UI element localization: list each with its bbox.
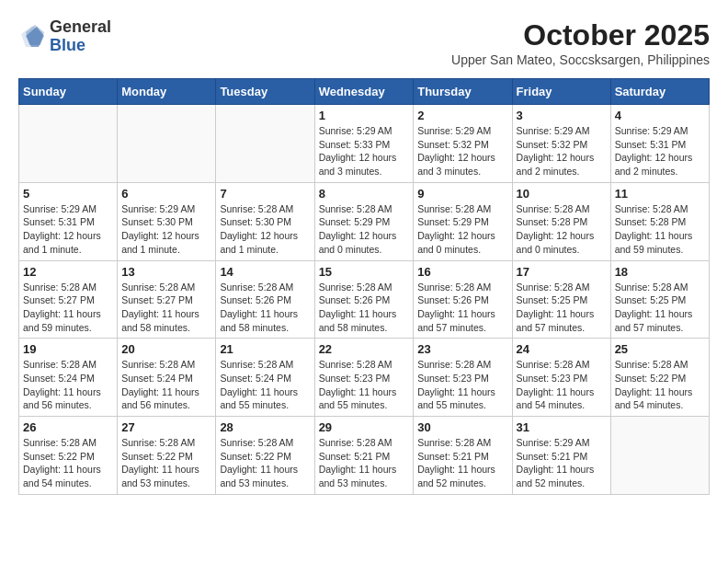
weekday-header-tuesday: Tuesday xyxy=(216,79,314,105)
weekday-header-saturday: Saturday xyxy=(610,79,709,105)
calendar-day-cell: 16Sunrise: 5:28 AM Sunset: 5:26 PM Dayli… xyxy=(414,260,512,339)
calendar-day-cell: 30Sunrise: 5:28 AM Sunset: 5:21 PM Dayli… xyxy=(414,417,512,495)
day-info: Sunrise: 5:29 AM Sunset: 5:32 PM Dayligh… xyxy=(517,124,607,178)
calendar-day-cell: 8Sunrise: 5:28 AM Sunset: 5:29 PM Daylig… xyxy=(314,182,414,260)
month-title: October 2025 xyxy=(451,18,710,52)
weekday-header-sunday: Sunday xyxy=(19,79,118,105)
day-info: Sunrise: 5:29 AM Sunset: 5:31 PM Dayligh… xyxy=(615,124,705,178)
day-info: Sunrise: 5:28 AM Sunset: 5:22 PM Dayligh… xyxy=(615,358,705,412)
day-info: Sunrise: 5:28 AM Sunset: 5:23 PM Dayligh… xyxy=(517,358,607,412)
calendar-day-cell: 26Sunrise: 5:28 AM Sunset: 5:22 PM Dayli… xyxy=(19,417,118,495)
day-info: Sunrise: 5:28 AM Sunset: 5:26 PM Dayligh… xyxy=(220,281,310,335)
calendar-day-cell: 4Sunrise: 5:29 AM Sunset: 5:31 PM Daylig… xyxy=(610,105,709,183)
calendar-day-cell: 18Sunrise: 5:28 AM Sunset: 5:25 PM Dayli… xyxy=(610,260,709,339)
day-info: Sunrise: 5:29 AM Sunset: 5:31 PM Dayligh… xyxy=(23,202,113,257)
day-number: 6 xyxy=(121,187,211,201)
day-info: Sunrise: 5:28 AM Sunset: 5:21 PM Dayligh… xyxy=(319,436,410,490)
calendar-day-cell: 31Sunrise: 5:29 AM Sunset: 5:21 PM Dayli… xyxy=(512,417,610,495)
day-info: Sunrise: 5:28 AM Sunset: 5:24 PM Dayligh… xyxy=(121,358,211,412)
calendar-day-cell xyxy=(19,105,118,183)
day-info: Sunrise: 5:28 AM Sunset: 5:26 PM Dayligh… xyxy=(417,281,507,335)
day-number: 2 xyxy=(417,109,507,122)
calendar-day-cell: 17Sunrise: 5:28 AM Sunset: 5:25 PM Dayli… xyxy=(512,260,610,339)
day-number: 16 xyxy=(417,265,507,279)
calendar-day-cell xyxy=(118,105,216,183)
day-number: 17 xyxy=(517,265,607,279)
calendar-day-cell: 3Sunrise: 5:29 AM Sunset: 5:32 PM Daylig… xyxy=(512,105,610,183)
calendar-week-row: 1Sunrise: 5:29 AM Sunset: 5:33 PM Daylig… xyxy=(19,105,710,183)
calendar-day-cell: 1Sunrise: 5:29 AM Sunset: 5:33 PM Daylig… xyxy=(314,105,414,183)
calendar-week-row: 19Sunrise: 5:28 AM Sunset: 5:24 PM Dayli… xyxy=(19,339,710,417)
day-number: 5 xyxy=(23,187,113,201)
day-info: Sunrise: 5:28 AM Sunset: 5:22 PM Dayligh… xyxy=(23,436,113,490)
calendar-week-row: 26Sunrise: 5:28 AM Sunset: 5:22 PM Dayli… xyxy=(19,417,710,495)
calendar-day-cell xyxy=(216,105,314,183)
calendar-day-cell: 12Sunrise: 5:28 AM Sunset: 5:27 PM Dayli… xyxy=(19,260,118,339)
day-number: 15 xyxy=(319,265,410,279)
calendar-day-cell: 15Sunrise: 5:28 AM Sunset: 5:26 PM Dayli… xyxy=(314,260,414,339)
day-number: 13 xyxy=(121,265,211,279)
day-info: Sunrise: 5:28 AM Sunset: 5:23 PM Dayligh… xyxy=(417,358,507,412)
calendar-day-cell: 9Sunrise: 5:28 AM Sunset: 5:29 PM Daylig… xyxy=(414,182,512,260)
day-info: Sunrise: 5:29 AM Sunset: 5:21 PM Dayligh… xyxy=(517,436,607,490)
weekday-header-friday: Friday xyxy=(512,79,610,105)
day-number: 31 xyxy=(517,420,607,434)
day-number: 11 xyxy=(615,187,705,201)
day-info: Sunrise: 5:28 AM Sunset: 5:27 PM Dayligh… xyxy=(121,281,211,335)
weekday-header-monday: Monday xyxy=(118,79,216,105)
day-info: Sunrise: 5:29 AM Sunset: 5:30 PM Dayligh… xyxy=(121,202,211,257)
calendar-day-cell: 23Sunrise: 5:28 AM Sunset: 5:23 PM Dayli… xyxy=(414,339,512,417)
day-number: 22 xyxy=(319,342,410,356)
day-number: 10 xyxy=(517,187,607,201)
day-info: Sunrise: 5:28 AM Sunset: 5:23 PM Dayligh… xyxy=(319,358,410,412)
day-info: Sunrise: 5:28 AM Sunset: 5:30 PM Dayligh… xyxy=(220,202,310,257)
calendar-day-cell: 5Sunrise: 5:29 AM Sunset: 5:31 PM Daylig… xyxy=(19,182,118,260)
day-number: 27 xyxy=(121,420,211,434)
logo-icon xyxy=(18,23,46,51)
day-number: 28 xyxy=(220,420,310,434)
day-number: 30 xyxy=(417,420,507,434)
calendar-table: SundayMondayTuesdayWednesdayThursdayFrid… xyxy=(18,78,710,495)
day-info: Sunrise: 5:28 AM Sunset: 5:25 PM Dayligh… xyxy=(517,281,607,335)
day-info: Sunrise: 5:28 AM Sunset: 5:25 PM Dayligh… xyxy=(615,281,705,335)
calendar-day-cell: 20Sunrise: 5:28 AM Sunset: 5:24 PM Dayli… xyxy=(118,339,216,417)
calendar-week-row: 12Sunrise: 5:28 AM Sunset: 5:27 PM Dayli… xyxy=(19,260,710,339)
calendar-day-cell: 2Sunrise: 5:29 AM Sunset: 5:32 PM Daylig… xyxy=(414,105,512,183)
day-number: 14 xyxy=(220,265,310,279)
day-number: 21 xyxy=(220,342,310,356)
day-number: 24 xyxy=(517,342,607,356)
day-number: 25 xyxy=(615,342,705,356)
logo: General Blue xyxy=(18,18,111,55)
calendar-day-cell: 13Sunrise: 5:28 AM Sunset: 5:27 PM Dayli… xyxy=(118,260,216,339)
day-number: 1 xyxy=(319,109,410,122)
day-number: 19 xyxy=(23,342,113,356)
calendar-day-cell: 10Sunrise: 5:28 AM Sunset: 5:28 PM Dayli… xyxy=(512,182,610,260)
day-info: Sunrise: 5:28 AM Sunset: 5:22 PM Dayligh… xyxy=(121,436,211,490)
day-info: Sunrise: 5:28 AM Sunset: 5:26 PM Dayligh… xyxy=(319,281,410,335)
calendar-day-cell: 11Sunrise: 5:28 AM Sunset: 5:28 PM Dayli… xyxy=(610,182,709,260)
calendar-day-cell: 27Sunrise: 5:28 AM Sunset: 5:22 PM Dayli… xyxy=(118,417,216,495)
day-info: Sunrise: 5:28 AM Sunset: 5:27 PM Dayligh… xyxy=(23,281,113,335)
calendar-week-row: 5Sunrise: 5:29 AM Sunset: 5:31 PM Daylig… xyxy=(19,182,710,260)
location-subtitle: Upper San Mateo, Soccsksargen, Philippin… xyxy=(451,52,710,67)
day-number: 3 xyxy=(517,109,607,122)
calendar-day-cell: 22Sunrise: 5:28 AM Sunset: 5:23 PM Dayli… xyxy=(314,339,414,417)
calendar-day-cell: 21Sunrise: 5:28 AM Sunset: 5:24 PM Dayli… xyxy=(216,339,314,417)
day-number: 4 xyxy=(615,109,705,122)
weekday-header-wednesday: Wednesday xyxy=(314,79,414,105)
calendar-day-cell: 25Sunrise: 5:28 AM Sunset: 5:22 PM Dayli… xyxy=(610,339,709,417)
day-number: 20 xyxy=(121,342,211,356)
calendar-day-cell: 7Sunrise: 5:28 AM Sunset: 5:30 PM Daylig… xyxy=(216,182,314,260)
calendar-day-cell: 14Sunrise: 5:28 AM Sunset: 5:26 PM Dayli… xyxy=(216,260,314,339)
day-number: 26 xyxy=(23,420,113,434)
day-number: 12 xyxy=(23,265,113,279)
day-number: 18 xyxy=(615,265,705,279)
day-number: 9 xyxy=(417,187,507,201)
calendar-day-cell: 6Sunrise: 5:29 AM Sunset: 5:30 PM Daylig… xyxy=(118,182,216,260)
day-number: 29 xyxy=(319,420,410,434)
logo-general-text: General xyxy=(50,18,111,37)
day-number: 8 xyxy=(319,187,410,201)
day-info: Sunrise: 5:28 AM Sunset: 5:22 PM Dayligh… xyxy=(220,436,310,490)
day-info: Sunrise: 5:28 AM Sunset: 5:29 PM Dayligh… xyxy=(319,202,410,257)
calendar-day-cell: 19Sunrise: 5:28 AM Sunset: 5:24 PM Dayli… xyxy=(19,339,118,417)
